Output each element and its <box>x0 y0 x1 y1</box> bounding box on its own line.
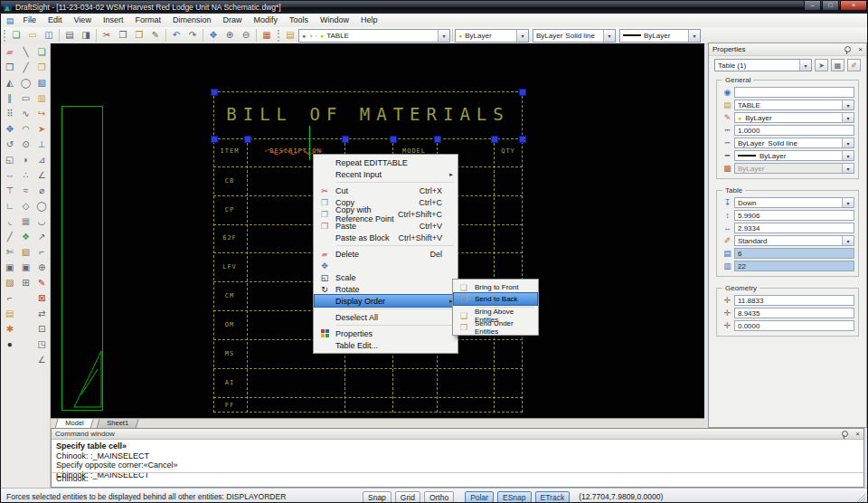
dropdown-arrow-icon[interactable]: ▾ <box>516 30 528 42</box>
snap-toggle[interactable]: Snap <box>363 491 392 503</box>
table-rows-field[interactable]: 6 <box>734 248 854 259</box>
angle-tool-tool-icon[interactable]: ∠ <box>34 353 49 367</box>
redo-icon[interactable]: ↷ <box>184 28 201 43</box>
layer-combobox[interactable]: ● ◑ ▫ ● TABLE ▾ <box>298 29 450 43</box>
image-attach-tool-icon[interactable]: ▧ <box>19 245 33 260</box>
dimension-aligned-tool-icon[interactable]: ⊿ <box>34 153 49 167</box>
tolerance-tool-icon[interactable]: ⌐ <box>34 245 49 260</box>
zoom-out-icon[interactable]: ⊖ <box>238 28 254 43</box>
line-weight-combobox[interactable]: ByLayer ▾ <box>619 29 701 43</box>
menu-window[interactable]: Window <box>315 14 355 27</box>
layers-tool-icon[interactable]: ▤ <box>3 307 17 321</box>
dimension-diameter-tool-icon[interactable]: ⌀ <box>34 184 49 198</box>
dropdown-arrow-icon[interactable]: ▾ <box>438 30 449 42</box>
menu-insert[interactable]: Insert <box>97 14 129 27</box>
layers-button-icon[interactable]: ▤ <box>282 28 298 43</box>
split-tool-icon[interactable]: ✄ <box>3 245 17 260</box>
grip-handle[interactable] <box>519 136 526 143</box>
image-tool-icon[interactable]: ▧ <box>34 76 49 90</box>
cut-icon[interactable]: ✂ <box>99 28 115 43</box>
save-icon[interactable]: ◫ <box>41 28 57 43</box>
command-input[interactable]: Chinook: <box>52 472 863 487</box>
toolbar-grip[interactable] <box>4 30 5 42</box>
entity-selector-combobox[interactable]: Table (1) ▾ <box>714 59 812 71</box>
hyperlink-tool-icon[interactable]: ↪ <box>34 107 49 121</box>
grip-handle[interactable] <box>491 136 498 143</box>
context-menu-item-scale[interactable]: ◱ Scale <box>315 271 457 283</box>
print-preview-icon[interactable]: ◨ <box>78 28 94 43</box>
select-matching-button[interactable]: ▦ <box>831 59 844 71</box>
grip-handle[interactable] <box>390 136 397 143</box>
hyperlink-field[interactable] <box>734 87 854 98</box>
menu-file[interactable]: File <box>17 14 42 27</box>
paste-sheet-tool-icon[interactable]: ❏ <box>34 45 49 60</box>
close-panel-icon[interactable]: × <box>858 46 863 53</box>
hatch-tool-icon[interactable]: ▦ <box>19 214 33 229</box>
simple-note-tool-icon[interactable]: ⊞ <box>19 276 33 290</box>
layers-manager-icon[interactable]: ▦ <box>259 28 275 43</box>
circle-tool-icon[interactable]: ◯ <box>19 76 33 90</box>
arc-length-tool-icon[interactable]: ◡ <box>34 214 49 229</box>
toolbar-grip[interactable] <box>278 30 279 42</box>
etrack-toggle[interactable]: ETrack <box>535 491 571 503</box>
rectangle-tool-icon[interactable]: ▭ <box>19 91 33 106</box>
context-menu-item-delete[interactable]: ▰ Delete Del <box>315 248 457 260</box>
rotate-tool-icon[interactable]: ↺ <box>3 138 17 152</box>
trim-tool-icon[interactable]: ⊤ <box>3 184 17 198</box>
pin-icon[interactable] <box>842 431 848 437</box>
ellipse-arc-tool-icon[interactable]: ◗ <box>19 153 33 167</box>
position-x-field[interactable]: 11.8833 <box>734 295 854 306</box>
dropdown-arrow-icon[interactable]: ▾ <box>603 30 615 42</box>
dimension-radius-tool-icon[interactable]: ◯ <box>34 199 49 214</box>
lineweight-combobox[interactable]: ByLayer▾ <box>734 150 854 161</box>
linescale-field[interactable]: 1.0000 <box>734 125 854 136</box>
select-entity-button[interactable]: ➤ <box>815 59 828 71</box>
grip-handle[interactable] <box>244 136 251 143</box>
polyline-tool-icon[interactable]: ∿ <box>19 107 33 121</box>
dropdown-arrow-icon[interactable]: ▾ <box>688 30 700 42</box>
new-file-icon[interactable]: ❏ <box>8 28 24 43</box>
table-height-field[interactable]: 5.9906 <box>734 210 854 221</box>
pan-icon[interactable]: ✥ <box>205 28 222 43</box>
pin-icon[interactable] <box>844 46 851 52</box>
position-z-field[interactable]: 0.0000 <box>734 320 854 331</box>
delete-dimension-tool-icon[interactable]: ⊠ <box>34 291 49 306</box>
context-menu-item-display-order[interactable]: Display Order ► <box>315 295 457 307</box>
context-menu-item-table-edit[interactable]: Table Edit... <box>315 339 457 351</box>
pen-icon[interactable]: ✎ <box>147 28 164 43</box>
menu-view[interactable]: View <box>68 14 97 27</box>
dropdown-arrow-icon[interactable]: ▾ <box>842 138 854 147</box>
ellipse-tool-icon[interactable]: ⊙ <box>19 138 33 152</box>
schematic-detail-triangle[interactable] <box>71 347 107 411</box>
measure-tool-icon[interactable]: ⊡ <box>34 322 49 337</box>
esnap-toggle[interactable]: ESnap <box>497 491 532 503</box>
move-tool-icon[interactable]: ✥ <box>3 122 17 137</box>
zoom-in-icon[interactable]: ⊕ <box>222 28 238 43</box>
line-tool-icon[interactable]: ╲ <box>19 45 33 60</box>
table-style-combobox[interactable]: Standard▾ <box>734 235 854 246</box>
dropdown-arrow-icon[interactable]: ▾ <box>842 236 854 245</box>
leader-tool-icon[interactable]: ↗ <box>34 230 49 244</box>
stretch-tool-icon[interactable]: ⇔ <box>3 168 17 183</box>
copy-icon[interactable]: ❐ <box>115 28 131 43</box>
context-menu-item-paste-as-block[interactable]: Paste as Block Ctrl+Shift+V <box>315 232 457 243</box>
open-file-icon[interactable]: ▭ <box>24 28 41 43</box>
line-color-combobox[interactable]: ● ByLayer ▾ <box>455 29 529 43</box>
line-style-combobox[interactable]: ByLayer Solid line ▾ <box>533 29 616 43</box>
chamfer-tool-icon[interactable]: ╱ <box>3 230 17 244</box>
submenu-item-bring-to-front[interactable]: ❏ Bring to Front <box>454 281 537 293</box>
duplicate-sheet-tool-icon[interactable]: ❐ <box>34 61 49 75</box>
block-make-tool-icon[interactable]: ❖ <box>19 230 33 244</box>
print-icon[interactable]: ▤ <box>61 28 78 43</box>
quick-select-button[interactable]: ✐ <box>847 59 861 71</box>
grip-handle[interactable] <box>342 136 349 143</box>
color-combobox[interactable]: ●ByLayer▾ <box>734 112 854 123</box>
maximize-button[interactable]: □ <box>822 1 839 11</box>
point-tool-icon[interactable]: ∴ <box>19 168 33 183</box>
context-menu-item-deselect-all[interactable]: Deselect All <box>315 311 457 323</box>
menu-tools[interactable]: Tools <box>283 14 314 27</box>
area-tool-icon[interactable]: ◳ <box>34 337 49 352</box>
resize-grip[interactable] <box>856 494 865 503</box>
minimize-button[interactable]: – <box>804 1 821 11</box>
submenu-item-send-to-back[interactable]: ❐ Send to Back <box>454 293 537 305</box>
